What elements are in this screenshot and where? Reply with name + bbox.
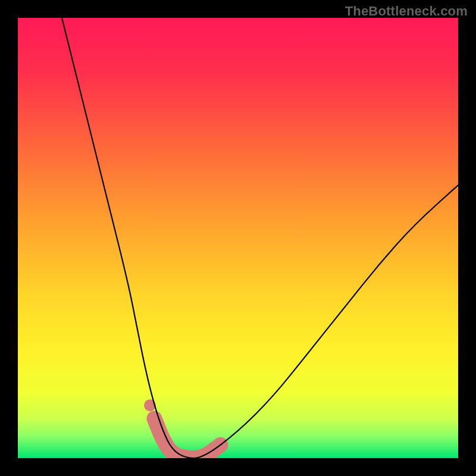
plot-background — [18, 18, 458, 458]
bottleneck-chart — [18, 18, 458, 458]
watermark-text: TheBottleneck.com — [345, 4, 468, 19]
chart-frame: TheBottleneck.com — [0, 0, 476, 476]
